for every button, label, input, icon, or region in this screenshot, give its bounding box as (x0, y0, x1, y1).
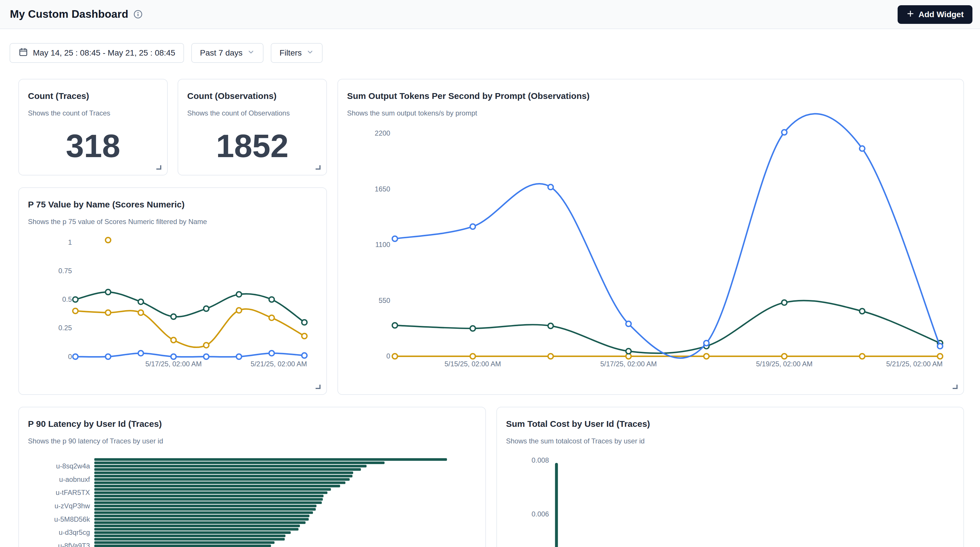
filters-dropdown[interactable]: Filters (271, 43, 323, 63)
plus-icon (906, 10, 915, 20)
time-preset-label: Past 7 days (200, 48, 242, 58)
card-title: Count (Observations) (187, 91, 317, 101)
card-tokens-per-second: Sum Output Tokens Per Second by Prompt (… (337, 79, 964, 395)
svg-text:5/21/25, 02:00 AM: 5/21/25, 02:00 AM (251, 360, 307, 368)
svg-text:0: 0 (68, 353, 72, 360)
line-chart-p75-by-name[interactable]: 00.250.50.7515/17/25, 02:00 AM5/21/25, 0… (19, 188, 326, 394)
svg-text:2200: 2200 (375, 129, 390, 137)
svg-text:5/15/25, 02:00 AM: 5/15/25, 02:00 AM (445, 360, 501, 368)
svg-text:5/21/25, 02:00 AM: 5/21/25, 02:00 AM (886, 360, 943, 368)
dashboard-page: { "header": { "title": "My Custom Dashbo… (0, 0, 980, 547)
svg-text:u-8fVa9T3: u-8fVa9T3 (58, 542, 90, 547)
svg-text:550: 550 (379, 296, 390, 304)
svg-text:5/17/25, 02:00 AM: 5/17/25, 02:00 AM (600, 360, 657, 368)
svg-text:0.006: 0.006 (531, 510, 549, 518)
resize-corner-icon[interactable] (316, 165, 321, 170)
chevron-down-icon (306, 48, 314, 58)
calendar-icon (18, 47, 28, 59)
line-chart-tokens-by-prompt[interactable]: 05501100165022005/15/25, 02:00 AM5/17/25… (338, 79, 963, 394)
svg-text:0.008: 0.008 (531, 456, 549, 464)
svg-text:u-tFAR5TX: u-tFAR5TX (56, 488, 90, 496)
page-title: My Custom Dashboard (10, 8, 128, 21)
card-p90-latency: P 90 Latency by User Id (Traces) Shows t… (18, 407, 486, 547)
toolbar: May 14, 25 : 08:45 - May 21, 25 : 08:45 … (10, 43, 323, 63)
count-value: 318 (19, 127, 167, 166)
card-p75-scores: P 75 Value by Name (Scores Numeric) Show… (18, 187, 327, 395)
bar-chart-total-cost[interactable]: 0.0060.008 (497, 407, 963, 547)
resize-corner-icon[interactable] (316, 385, 321, 389)
resize-corner-icon[interactable] (156, 165, 161, 170)
info-circle-icon[interactable] (133, 9, 143, 19)
card-total-cost: Sum Total Cost by User Id (Traces) Shows… (496, 407, 964, 547)
resize-corner-icon[interactable] (953, 385, 958, 389)
svg-text:0.75: 0.75 (59, 267, 72, 275)
card-count-observations: Count (Observations) Shows the count of … (178, 79, 327, 176)
card-count-traces: Count (Traces) Shows the count of Traces… (18, 79, 168, 176)
time-preset-dropdown[interactable]: Past 7 days (191, 43, 264, 63)
svg-text:5/19/25, 02:00 AM: 5/19/25, 02:00 AM (756, 360, 813, 368)
svg-text:u-d3qr5cg: u-d3qr5cg (59, 528, 90, 536)
svg-text:u-8sq2w4a: u-8sq2w4a (56, 462, 90, 470)
page-header: My Custom Dashboard Add Widget (0, 0, 980, 29)
svg-text:0.5: 0.5 (62, 295, 72, 303)
svg-text:u-aobnuxf: u-aobnuxf (59, 476, 90, 483)
svg-text:u-5M8D56k: u-5M8D56k (54, 515, 90, 523)
svg-text:1100: 1100 (375, 241, 390, 249)
svg-text:0: 0 (387, 352, 390, 360)
svg-text:1: 1 (68, 238, 72, 246)
bar-chart-p90-latency[interactable]: u-8sq2w4au-aobnuxfu-tFAR5TXu-zVqP3hwu-5M… (19, 407, 485, 547)
date-range-label: May 14, 25 : 08:45 - May 21, 25 : 08:45 (33, 48, 175, 58)
add-widget-label: Add Widget (919, 10, 964, 19)
card-subtitle: Shows the count of Traces (28, 109, 158, 117)
count-value: 1852 (178, 127, 326, 166)
card-title: Count (Traces) (28, 91, 158, 101)
svg-text:1650: 1650 (375, 185, 390, 193)
card-subtitle: Shows the count of Observations (187, 109, 317, 117)
chevron-down-icon (247, 48, 255, 58)
filters-label: Filters (280, 48, 302, 58)
svg-text:5/17/25, 02:00 AM: 5/17/25, 02:00 AM (145, 360, 202, 368)
date-range-picker[interactable]: May 14, 25 : 08:45 - May 21, 25 : 08:45 (10, 43, 184, 63)
svg-text:u-zVqP3hw: u-zVqP3hw (54, 502, 90, 510)
svg-text:0.25: 0.25 (59, 324, 72, 332)
add-widget-button[interactable]: Add Widget (897, 5, 972, 24)
